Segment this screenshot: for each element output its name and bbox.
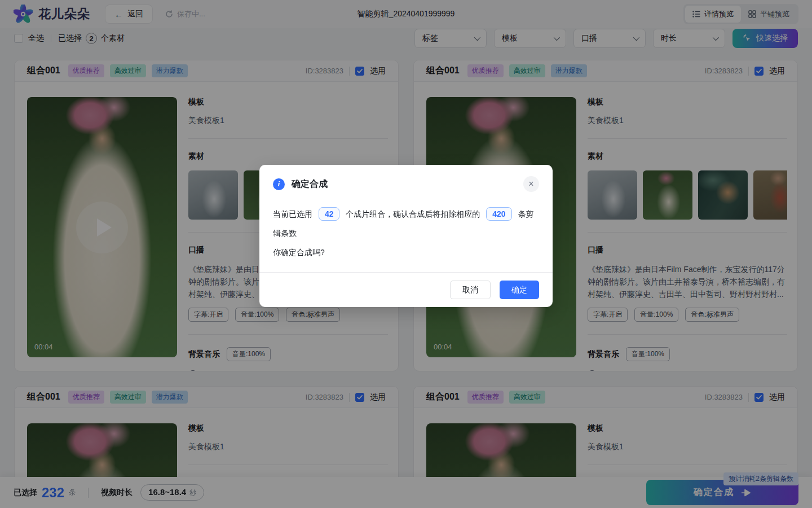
info-icon: i — [273, 178, 285, 190]
cancel-button[interactable]: 取消 — [450, 281, 491, 299]
confirm-synthesis-modal: i 确定合成 × 当前已选用 42 个成片组合，确认合成后将扣除相应的 420 … — [259, 165, 553, 307]
clip-count-pill: 420 — [486, 207, 511, 221]
combo-count-pill: 42 — [319, 207, 340, 221]
modal-body: 当前已选用 42 个成片组合，确认合成后将扣除相应的 420 条剪辑条数 你确定… — [259, 192, 553, 272]
close-icon[interactable]: × — [523, 176, 539, 192]
modal-text-prefix: 当前已选用 — [273, 209, 312, 218]
confirm-button[interactable]: 确定 — [500, 281, 539, 299]
modal-text-mid: 个成片组合，确认合成后将扣除相应的 — [346, 209, 480, 218]
modal-title: 确定合成 — [292, 178, 328, 190]
modal-question: 你确定合成吗? — [273, 248, 325, 257]
